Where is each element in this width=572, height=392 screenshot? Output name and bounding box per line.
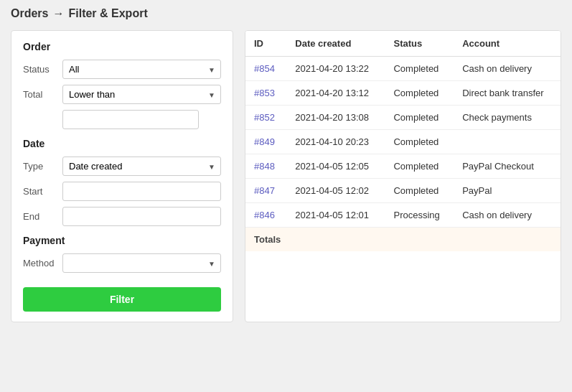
cell-id[interactable]: #847 (245, 179, 286, 203)
method-row: Method PayPal Cash on delivery Direct ba… (23, 253, 221, 273)
payment-section-divider: Payment (23, 235, 221, 246)
type-label: Type (23, 161, 62, 172)
page-wrapper: Orders → Filter & Export Order Status Al… (0, 0, 572, 392)
cell-status: Completed (385, 57, 454, 81)
cell-status: Completed (385, 130, 454, 154)
total-value-input[interactable] (62, 110, 199, 129)
cell-status: Completed (385, 106, 454, 130)
method-select-wrapper[interactable]: PayPal Cash on delivery Direct bank tran… (62, 253, 221, 273)
start-label: Start (23, 186, 62, 197)
cell-date: 2021-04-05 12:02 (286, 179, 385, 203)
cell-account: Cash on delivery (454, 57, 561, 81)
breadcrumb: Orders → Filter & Export (11, 7, 561, 20)
total-label: Total (23, 89, 62, 100)
start-row: Start 2021-04-01 (23, 182, 221, 201)
type-select[interactable]: Date created Date modified (62, 157, 221, 176)
filter-button[interactable]: Filter (23, 287, 221, 312)
cell-id[interactable]: #849 (245, 130, 286, 154)
status-select[interactable]: All Completed Processing Pending (62, 60, 221, 79)
cell-account: Cash on delivery (454, 203, 561, 228)
cell-id[interactable]: #852 (245, 106, 286, 130)
table-row: #8462021-04-05 12:01ProcessingCash on de… (245, 203, 561, 228)
cell-date: 2021-04-05 12:05 (286, 154, 385, 179)
table-row: #8482021-04-05 12:05CompletedPayPal Chec… (245, 154, 561, 179)
col-date: Date created (286, 31, 385, 57)
cell-account: PayPal Checkout (454, 154, 561, 179)
end-row: End 2021-05-01 (23, 207, 221, 226)
totals-row: Totals (245, 228, 561, 252)
total-value-row (62, 110, 221, 129)
cell-account: Direct bank transfer (454, 81, 561, 106)
breadcrumb-arrow: → (52, 7, 64, 20)
status-label: Status (23, 64, 62, 75)
main-content: Order Status All Completed Processing Pe… (11, 30, 561, 322)
method-select[interactable]: PayPal Cash on delivery Direct bank tran… (62, 253, 221, 273)
total-select-wrapper[interactable]: Lower than Greater than Equal to (62, 85, 221, 104)
status-row: Status All Completed Processing Pending (23, 60, 221, 79)
cell-id[interactable]: #848 (245, 154, 286, 179)
total-row: Total Lower than Greater than Equal to (23, 85, 221, 104)
end-input[interactable]: 2021-05-01 (62, 207, 221, 226)
order-section-title: Order (23, 41, 221, 52)
left-panel: Order Status All Completed Processing Pe… (11, 30, 233, 322)
cell-status: Completed (385, 179, 454, 203)
cell-account: Check payments (454, 106, 561, 130)
cell-id[interactable]: #846 (245, 203, 286, 228)
cell-date: 2021-04-10 20:23 (286, 130, 385, 154)
end-label: End (23, 211, 62, 222)
cell-status: Processing (385, 203, 454, 228)
cell-date: 2021-04-20 13:12 (286, 81, 385, 106)
col-status: Status (385, 31, 454, 57)
payment-section-title: Payment (23, 235, 221, 246)
type-select-wrapper[interactable]: Date created Date modified (62, 157, 221, 176)
table-row: #8522021-04-20 13:08CompletedCheck payme… (245, 106, 561, 130)
table-row: #8472021-04-05 12:02CompletedPayPal (245, 179, 561, 203)
total-select[interactable]: Lower than Greater than Equal to (62, 85, 221, 104)
start-input[interactable]: 2021-04-01 (62, 182, 221, 201)
status-select-wrapper[interactable]: All Completed Processing Pending (62, 60, 221, 79)
cell-id[interactable]: #854 (245, 57, 286, 81)
cell-status: Completed (385, 81, 454, 106)
cell-date: 2021-04-20 13:08 (286, 106, 385, 130)
col-id: ID (245, 31, 286, 57)
cell-account (454, 130, 561, 154)
cell-status: Completed (385, 154, 454, 179)
totals-label: Totals (245, 228, 561, 252)
type-row: Type Date created Date modified (23, 157, 221, 176)
cell-date: 2021-04-05 12:01 (286, 203, 385, 228)
date-section-title: Date (23, 138, 221, 149)
breadcrumb-part2: Filter & Export (68, 7, 147, 20)
right-panel: ID Date created Status Account #8542021-… (245, 30, 561, 322)
cell-account: PayPal (454, 179, 561, 203)
table-row: #8492021-04-10 20:23Completed (245, 130, 561, 154)
date-section-divider: Date (23, 138, 221, 149)
table-row: #8532021-04-20 13:12CompletedDirect bank… (245, 81, 561, 106)
cell-date: 2021-04-20 13:22 (286, 57, 385, 81)
breadcrumb-part1: Orders (11, 7, 48, 20)
table-row: #8542021-04-20 13:22CompletedCash on del… (245, 57, 561, 81)
cell-id[interactable]: #853 (245, 81, 286, 106)
col-account: Account (454, 31, 561, 57)
table-header-row: ID Date created Status Account (245, 31, 561, 57)
method-label: Method (23, 258, 62, 269)
orders-table: ID Date created Status Account #8542021-… (245, 31, 561, 251)
